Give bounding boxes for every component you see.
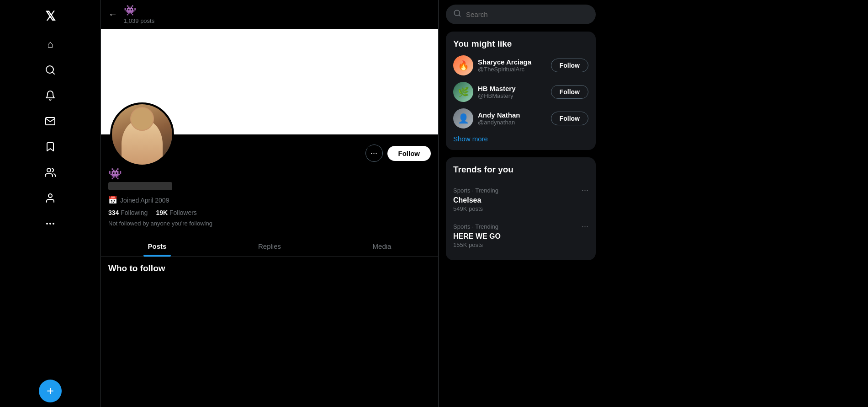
suggestion-avatar-2: 👤 <box>453 108 473 129</box>
following-stat[interactable]: 334 Following <box>108 209 148 216</box>
topbar-info: 👾 1,039 posts <box>124 5 154 24</box>
suggestion-item-0: 🔥 Sharyce Arciaga @TheSpiritualArc Follo… <box>453 55 588 75</box>
svg-point-3 <box>48 194 52 198</box>
suggestion-item-2: 👤 Andy Nathan @andynathan Follow <box>453 108 588 129</box>
you-might-like-title: You might like <box>453 39 588 49</box>
profile-meta: 📅 Joined April 2009 <box>108 196 431 204</box>
profile-tabs: Posts Replies Media <box>101 236 438 257</box>
suggestion-avatar-0: 🔥 <box>453 55 473 75</box>
show-more-button[interactable]: Show more <box>453 135 588 143</box>
more-button[interactable]: ··· <box>365 145 383 162</box>
calendar-icon: 📅 <box>108 196 117 204</box>
sidebar-item-home[interactable]: ⌂ <box>39 33 62 56</box>
trend-posts-1: 155K posts <box>453 241 588 248</box>
profile-banner <box>101 29 438 134</box>
search-input[interactable] <box>466 11 588 18</box>
trend-item-1: Sports · Trending ··· HERE WE GO 155K po… <box>453 217 588 253</box>
profile-name-row: 👾 <box>108 167 431 180</box>
right-sidebar: You might like 🔥 Sharyce Arciaga @TheSpi… <box>439 0 603 407</box>
tab-media[interactable]: Media <box>326 236 438 257</box>
trend-more-1[interactable]: ··· <box>582 222 588 231</box>
compose-button[interactable] <box>39 380 62 402</box>
suggestion-info-2: Andy Nathan @andynathan <box>478 111 546 126</box>
follow-button-1[interactable]: Follow <box>551 85 588 99</box>
suggestion-name-0: Sharyce Arciaga <box>478 58 546 66</box>
svg-line-1 <box>53 72 54 74</box>
trends-card: Trends for you Sports · Trending ··· Che… <box>446 157 596 260</box>
logo[interactable]: 𝕏 <box>39 5 62 27</box>
suggestion-handle-0: @TheSpiritualArc <box>478 66 546 73</box>
search-icon <box>453 9 461 20</box>
trend-meta-1: Sports · Trending ··· <box>453 222 588 231</box>
profile-topbar: ← 👾 1,039 posts <box>101 0 438 29</box>
topbar-profile-icon: 👾 <box>124 5 154 16</box>
follow-button-0[interactable]: Follow <box>551 59 588 72</box>
svg-point-4 <box>50 223 51 224</box>
sidebar-item-more[interactable] <box>39 212 62 235</box>
suggestion-name-2: Andy Nathan <box>478 111 546 119</box>
you-might-like-card: You might like 🔥 Sharyce Arciaga @TheSpi… <box>446 32 596 150</box>
sidebar-item-communities[interactable] <box>39 161 62 184</box>
not-followed-text: Not followed by anyone you're following <box>108 220 431 227</box>
suggestion-handle-2: @andynathan <box>478 119 546 126</box>
suggestion-handle-1: @HBMastery <box>478 92 546 99</box>
svg-line-8 <box>459 15 460 16</box>
sidebar-item-explore[interactable] <box>39 59 62 81</box>
main-content: ← 👾 1,039 posts ··· Follow 👾 📅 Joined A <box>101 0 439 407</box>
tab-replies[interactable]: Replies <box>213 236 326 257</box>
profile-stats: 334 Following 19K Followers <box>108 209 431 216</box>
joined-date: Joined April 2009 <box>120 197 169 204</box>
sidebar-item-profile[interactable] <box>39 187 62 209</box>
followers-stat[interactable]: 19K Followers <box>156 209 196 216</box>
suggestion-name-1: HB Mastery <box>478 85 546 92</box>
trends-title: Trends for you <box>453 165 588 175</box>
sidebar-item-bookmarks[interactable] <box>39 135 62 158</box>
svg-point-5 <box>53 223 54 224</box>
topbar-posts-count: 1,039 posts <box>124 17 154 24</box>
trend-meta-0: Sports · Trending ··· <box>453 186 588 195</box>
svg-point-6 <box>47 223 48 224</box>
trend-more-0[interactable]: ··· <box>582 186 588 195</box>
profile-name-icon: 👾 <box>108 167 122 180</box>
profile-handle-bar <box>108 182 172 190</box>
trend-name-0: Chelsea <box>453 196 588 204</box>
tab-posts[interactable]: Posts <box>101 236 213 257</box>
left-sidebar: 𝕏 ⌂ <box>0 0 101 407</box>
svg-point-2 <box>47 168 51 172</box>
profile-info: 👾 📅 Joined April 2009 334 Following 19K … <box>101 167 438 236</box>
trend-posts-0: 549K posts <box>453 205 588 212</box>
trend-name-1: HERE WE GO <box>453 232 588 241</box>
profile-avatar <box>110 102 174 166</box>
sidebar-item-messages[interactable] <box>39 110 62 133</box>
suggestion-avatar-1: 🌿 <box>453 82 473 102</box>
suggestion-item-1: 🌿 HB Mastery @HBMastery Follow <box>453 82 588 102</box>
follow-button-2[interactable]: Follow <box>551 112 588 125</box>
suggestion-info-0: Sharyce Arciaga @TheSpiritualArc <box>478 58 546 73</box>
follow-button[interactable]: Follow <box>387 146 431 161</box>
trend-item-0: Sports · Trending ··· Chelsea 549K posts <box>453 181 588 217</box>
sidebar-item-notifications[interactable] <box>39 84 62 107</box>
back-button[interactable]: ← <box>108 9 117 20</box>
search-bar[interactable] <box>446 5 596 24</box>
who-to-follow-section: Who to follow <box>101 257 438 280</box>
suggestion-info-1: HB Mastery @HBMastery <box>478 85 546 99</box>
